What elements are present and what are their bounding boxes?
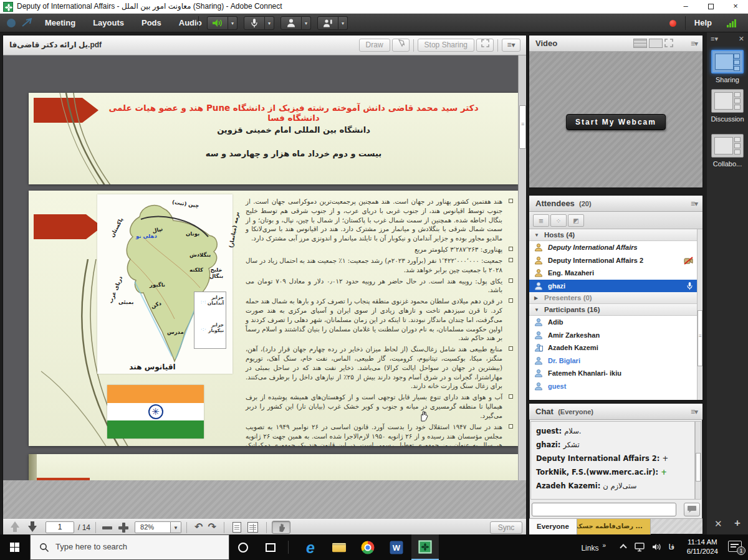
zoom-in-button[interactable] [118, 523, 128, 533]
chat-send-button[interactable] [684, 503, 700, 516]
layouts-menu-icon[interactable]: ≡▾ [711, 35, 718, 43]
filmstrip-view-icon[interactable] [649, 39, 663, 48]
edge-icon[interactable]: e [297, 534, 324, 560]
video-fullscreen-icon[interactable] [664, 39, 678, 48]
attendee-row[interactable]: Amir Zarkeshan [529, 329, 697, 342]
layout-thumb-sharing[interactable] [711, 50, 744, 74]
attendee-row[interactable]: Eng. Mazaheri [529, 267, 697, 280]
adobe-connect-taskbar-icon[interactable] [411, 534, 439, 560]
word-icon[interactable]: W [383, 534, 410, 560]
layouts-close-icon[interactable]: ✕ [739, 35, 744, 43]
rotate-right-icon[interactable]: ↷ [208, 520, 216, 534]
minimize-button[interactable]: – [673, 0, 698, 14]
attendee-row[interactable]: Dr. Biglari [529, 354, 697, 368]
page-up-button[interactable] [11, 521, 19, 534]
attendee-row[interactable]: ghazi [529, 280, 697, 293]
microphone-button[interactable] [244, 16, 265, 30]
attendees-scrollbar[interactable] [697, 229, 702, 400]
attendee-breakout-view-button[interactable]: ⁘ [550, 214, 567, 227]
attendee-status-view-button[interactable]: ◩ [568, 214, 584, 227]
map-label: بنگلادش [189, 252, 211, 258]
chat-scrollbar[interactable] [695, 421, 701, 500]
menu-meeting[interactable]: Meeting [45, 14, 75, 32]
attendee-row[interactable]: Adib [529, 316, 697, 329]
grid-view-icon[interactable] [633, 39, 647, 48]
pointer-tool-button[interactable] [392, 39, 410, 52]
chat-message-input[interactable] [532, 503, 676, 516]
webcam-dropdown[interactable]: ▾ [302, 16, 311, 30]
chat-pod-menu[interactable]: ≡▾ [691, 407, 698, 416]
keyboard-language-indicator[interactable]: فا [669, 543, 674, 551]
slide-2: پاکستانچین (تبت)نپالبوتانبنگلادشکلکتهدهل… [29, 191, 518, 446]
single-page-view-icon[interactable] [233, 522, 241, 533]
document-scrollbar[interactable] [518, 55, 526, 480]
attendee-group-header[interactable]: ▶Presenters (0) [529, 292, 697, 304]
zoom-out-button[interactable] [102, 526, 112, 529]
speaker-button[interactable] [207, 16, 228, 30]
draw-button[interactable]: Draw [359, 39, 390, 52]
attendee-row[interactable]: Azadeh Kazemi [529, 341, 697, 354]
webcam-button[interactable] [280, 16, 302, 30]
start-webcam-button[interactable]: Start My Webcam [566, 114, 666, 130]
chrome-icon[interactable] [354, 534, 381, 560]
fullscreen-button[interactable] [476, 39, 494, 52]
microphone-dropdown[interactable]: ▾ [265, 16, 274, 30]
chat-tab-everyone[interactable]: Everyone [529, 519, 577, 534]
speaker-dropdown[interactable]: ▾ [228, 16, 237, 30]
chat-scrollbar-thumb[interactable] [696, 453, 701, 482]
attendee-row[interactable]: Deputy International Affairs [529, 241, 697, 254]
attendee-name: Dr. Biglari [548, 357, 580, 364]
attendee-list[interactable]: ▼Hosts (4)Deputy International AffairsDe… [529, 229, 697, 400]
menu-pods[interactable]: Pods [141, 14, 161, 32]
layout-thumb-discussion[interactable] [711, 89, 744, 113]
attendee-group-header[interactable]: ▼Hosts (4) [529, 229, 697, 241]
attendees-scrollbar-thumb[interactable] [698, 310, 702, 366]
network-icon[interactable] [635, 543, 646, 552]
start-button[interactable] [0, 534, 30, 560]
attendee-list-view-button[interactable]: ≣ [533, 214, 549, 227]
zoom-dropdown[interactable]: ▼ [171, 521, 181, 533]
zoom-level-value[interactable]: 82% [135, 521, 171, 533]
pod-options-menu[interactable]: ≡▾ [502, 39, 520, 52]
attendee-row[interactable]: Deputy International Affairs 2 [529, 254, 697, 267]
hand-tool-button[interactable] [272, 521, 290, 534]
restore-button[interactable] [698, 0, 723, 14]
chat-tab-private[interactable]: ... رضای‌فاطمه جسک و غل [577, 519, 651, 534]
taskbar-search-input[interactable]: Type here to search [30, 534, 229, 560]
chevron-right-icon[interactable]: » [602, 542, 606, 549]
sync-button[interactable]: Sync [490, 521, 522, 534]
attendee-group-header[interactable]: ▼Participants (16) [529, 304, 697, 316]
two-page-view-icon[interactable] [247, 522, 258, 533]
bullet-square-icon [509, 346, 513, 351]
add-layout-icon[interactable]: + [734, 517, 741, 529]
page-down-button[interactable] [28, 521, 37, 534]
show-hidden-icons-chevron[interactable] [620, 544, 626, 551]
menu-layouts[interactable]: Layouts [93, 14, 124, 32]
video-pod-menu[interactable]: ≡▾ [691, 39, 698, 48]
cortana-icon[interactable] [229, 534, 257, 560]
close-button[interactable]: × [723, 0, 748, 14]
task-view-icon[interactable] [257, 534, 284, 560]
attendee-row[interactable]: guest [529, 380, 697, 393]
raise-hand-dropdown[interactable]: ▾ [338, 16, 348, 30]
document-viewport[interactable]: دکتر سید محمد قاضی دانش آموخته رشته فیزی… [3, 55, 526, 480]
connection-signal-icon[interactable] [727, 19, 737, 30]
window-title: Deputy of International Affairs - معاونت… [17, 2, 282, 11]
help-menu[interactable]: Help [694, 14, 712, 32]
layout-thumb-collabo[interactable] [711, 134, 744, 158]
action-center-icon[interactable]: 1 [728, 541, 742, 552]
adobe-connect-logo-icon [4, 16, 36, 30]
stop-sharing-button[interactable]: Stop Sharing [418, 39, 474, 52]
file-explorer-icon[interactable] [325, 534, 353, 560]
raise-hand-button[interactable] [317, 16, 338, 30]
attendees-pod-menu[interactable]: ≡▾ [691, 199, 698, 208]
taskbar-clock[interactable]: 11:14 AM 6/11/2024 [687, 538, 718, 556]
document-scrollbar-thumb[interactable] [519, 105, 526, 149]
layouts-tools-icon[interactable]: ✕ [714, 518, 722, 529]
page-number-input[interactable]: 1 [46, 521, 74, 533]
volume-icon[interactable] [652, 543, 662, 551]
rotate-left-icon[interactable]: ↶ [194, 520, 203, 534]
links-toolbar[interactable]: Links» [581, 542, 606, 553]
attendee-row[interactable]: Fatemeh Khanlari- ikiu [529, 367, 697, 380]
slide1-arrow-decoration [34, 98, 82, 123]
